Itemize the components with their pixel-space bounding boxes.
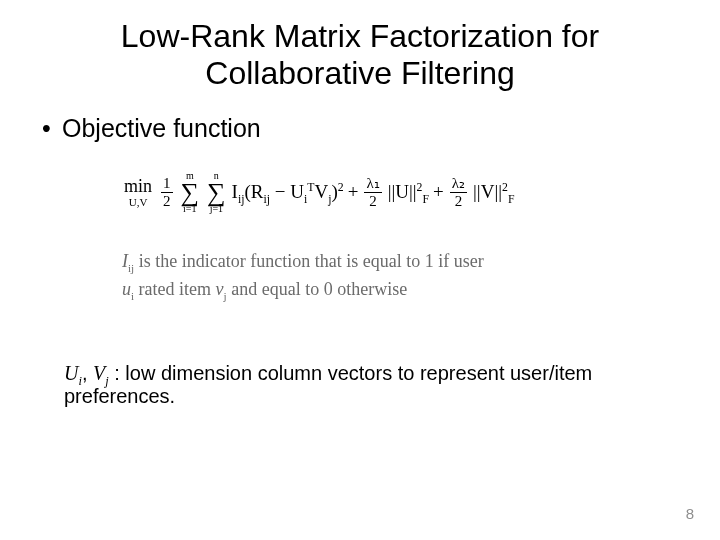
- indicator-description: Iij is the indicator function that is eq…: [122, 248, 682, 304]
- bullet-dot: •: [42, 114, 62, 143]
- bullet-objective: •Objective function: [36, 114, 684, 143]
- plus: +: [348, 181, 359, 203]
- tok: u: [122, 279, 131, 299]
- u-norm: ||U||2F: [388, 181, 429, 203]
- sum-j: n ∑ j=1: [207, 171, 226, 214]
- plus: +: [433, 181, 444, 203]
- tok: rated item: [134, 279, 215, 299]
- tok: (R: [244, 181, 263, 202]
- l2-num: λ₂: [450, 176, 467, 191]
- tok: F: [423, 193, 430, 206]
- sigma-icon: ∑: [181, 181, 200, 204]
- page-number: 8: [686, 505, 694, 522]
- sum-j-bot: j=1: [210, 204, 223, 214]
- l1-num: λ₁: [364, 176, 381, 191]
- uv-caption: Ui, Vj : low dimension column vectors to…: [64, 362, 684, 408]
- tok: i: [304, 193, 307, 206]
- frac-lambda1: λ₁ 2: [364, 176, 381, 209]
- frac-lambda2: λ₂ 2: [450, 176, 467, 209]
- tok: 2: [502, 181, 508, 194]
- tok: 2: [417, 181, 423, 194]
- tok: V: [93, 362, 105, 384]
- min-sub: U,V: [129, 197, 148, 208]
- l2-den: 2: [453, 194, 465, 209]
- tok: U: [64, 362, 78, 384]
- min-operator: min U,V: [124, 177, 152, 208]
- min-text: min: [124, 177, 152, 195]
- tok: ||V||: [473, 181, 502, 202]
- objective-equation: min U,V 1 2 m ∑ i=1 n ∑ j=1 Iij(Rij − Ui…: [124, 171, 684, 214]
- tok: v: [216, 279, 224, 299]
- sigma-icon: ∑: [207, 181, 226, 204]
- tok: and equal to 0 otherwise: [227, 279, 407, 299]
- tok: : low dimension column vectors to repres…: [64, 362, 592, 407]
- l1-den: 2: [367, 194, 379, 209]
- slide-title: Low-Rank Matrix Factorization for Collab…: [36, 18, 684, 92]
- tok: F: [508, 193, 515, 206]
- half-num: 1: [161, 176, 173, 191]
- tok: − U: [270, 181, 304, 202]
- sum-i-bot: i=1: [183, 204, 196, 214]
- tok: is the indicator function that is equal …: [134, 251, 483, 271]
- tok: ||U||: [388, 181, 417, 202]
- half-den: 2: [161, 194, 173, 209]
- tok: 2: [338, 181, 344, 194]
- slide: Low-Rank Matrix Factorization for Collab…: [0, 0, 720, 540]
- bullet-text: Objective function: [62, 114, 261, 142]
- loss-term: Iij(Rij − UiTVj)2: [232, 181, 344, 203]
- tok: V: [314, 181, 328, 202]
- v-norm: ||V||2F: [473, 181, 514, 203]
- frac-half: 1 2: [161, 176, 173, 209]
- tok: ,: [82, 362, 93, 384]
- sum-i: m ∑ i=1: [181, 171, 200, 214]
